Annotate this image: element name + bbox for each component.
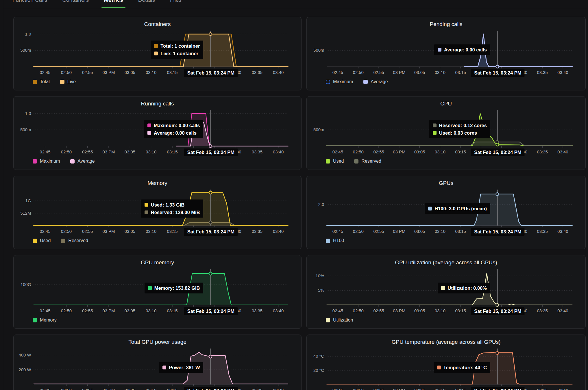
tooltip-row: Used: 0.03 cores xyxy=(433,130,487,136)
x-axis-tick-label: 03 PM xyxy=(102,388,115,390)
tab-files[interactable]: Files xyxy=(170,0,182,3)
tooltip-series-swatch-icon xyxy=(433,131,437,135)
y-axis-label: 400 W xyxy=(19,353,31,357)
hover-point-marker xyxy=(209,145,212,148)
x-axis-tick-label: 03 PM xyxy=(102,70,115,75)
legend-swatch-icon xyxy=(33,318,37,322)
x-axis-tick-label: 03:15 xyxy=(455,309,466,313)
x-axis-tick-label: 03:05 xyxy=(414,229,425,234)
legend-item-reserved[interactable]: Reserved xyxy=(354,159,381,164)
tooltip-row: H100: 3.0 GPUs (mean) xyxy=(428,206,487,211)
legend-swatch-icon xyxy=(33,80,37,84)
x-axis-tick-label: 03 PM xyxy=(393,150,405,154)
legend-item-maximum[interactable]: Maximum xyxy=(33,159,60,164)
x-axis-tick-label: 03:15 xyxy=(167,309,177,313)
chart-panel: Containers 1.0500m02:4502:5002:5503 PM03… xyxy=(13,17,302,90)
x-axis-tick-label: 03:35 xyxy=(252,150,262,154)
hover-point-marker xyxy=(496,304,499,307)
x-axis-tick-label: 02:45 xyxy=(40,388,50,390)
y-axis-label: 100G xyxy=(21,282,31,287)
tooltip-series-swatch-icon xyxy=(437,366,441,369)
crosshair-date-label: Sat Feb 15, 03:24 PM xyxy=(184,69,238,77)
x-axis-tick-label: 02:50 xyxy=(353,70,364,75)
tooltip-value-text: Average: 0.00 calls xyxy=(154,130,197,136)
active-tab-underline xyxy=(101,7,125,8)
chart-legend: UsedReserved xyxy=(326,159,381,164)
legend-label: Utilization xyxy=(333,317,353,323)
tooltip-series-swatch-icon xyxy=(154,44,158,48)
legend-item-used[interactable]: Used xyxy=(33,238,51,243)
tab-metrics[interactable]: Metrics xyxy=(104,0,123,3)
tab-label: Files xyxy=(170,0,182,3)
chart-tooltip: Utilization: 0.00% xyxy=(438,283,490,294)
x-axis-tick-label: 03:05 xyxy=(414,150,425,154)
legend-label: Reserved xyxy=(68,238,88,243)
chart-tooltip: Memory: 153.82 GiB xyxy=(145,283,204,294)
x-axis-tick-label: 02:55 xyxy=(82,70,93,75)
legend-item-reserved[interactable]: Reserved xyxy=(61,238,88,243)
x-axis-tick-label: 03:05 xyxy=(125,150,135,154)
x-axis-tick-label: 03:40 xyxy=(273,229,284,234)
x-axis-tick-label: 03:40 xyxy=(273,309,284,313)
tooltip-series-swatch-icon xyxy=(148,286,152,290)
tooltip-series-swatch-icon xyxy=(428,207,432,211)
tooltip-row: Reserved: 0.12 cores xyxy=(433,123,487,128)
tab-function-calls[interactable]: Function Calls xyxy=(12,0,47,3)
legend-item-average[interactable]: Average xyxy=(70,159,95,164)
x-axis-tick-label: 03:40 xyxy=(557,388,568,390)
legend-item-h100[interactable]: H100 xyxy=(326,238,344,243)
chart-panel: GPU temperature (average across all GPUs… xyxy=(306,335,586,390)
tooltip-row: Used: 1.33 GiB xyxy=(145,202,200,208)
y-axis-label: 200 W xyxy=(19,367,31,372)
tooltip-value-text: Average: 0.00 calls xyxy=(444,47,487,53)
chart-tooltip: H100: 3.0 GPUs (mean) xyxy=(425,203,490,214)
legend-item-average[interactable]: Average xyxy=(363,79,388,84)
tab-bar: Function CallsContainersMetricsDetailsFi… xyxy=(12,0,182,3)
crosshair-date-label: Sat Feb 15, 03:24 PM xyxy=(471,387,524,390)
x-axis-tick-label: 03:40 xyxy=(273,388,284,390)
tooltip-value-text: Reserved: 128.00 MiB xyxy=(151,210,200,215)
x-axis-tick-label: 03:40 xyxy=(557,150,568,154)
tooltip-series-swatch-icon xyxy=(145,203,148,207)
legend-item-utilization[interactable]: Utilization xyxy=(326,317,353,323)
hover-point-marker xyxy=(209,272,212,275)
tab-label: Details xyxy=(138,0,155,3)
tooltip-row: Total: 1 container xyxy=(154,43,200,49)
x-axis-tick-label: 02:55 xyxy=(82,309,93,313)
x-axis-tick-label: 03:35 xyxy=(537,150,548,154)
x-axis-tick-label: 03:10 xyxy=(435,70,445,75)
tooltip-series-swatch-icon xyxy=(433,124,437,127)
tab-containers[interactable]: Containers xyxy=(62,0,89,3)
legend-item-used[interactable]: Used xyxy=(326,159,344,164)
legend-item-live[interactable]: Live xyxy=(60,79,76,84)
chart-panel: Total GPU power usage 400 W200 W02:4502:… xyxy=(13,335,302,390)
legend-item-memory[interactable]: Memory xyxy=(33,317,57,323)
y-axis-label: 2.0 xyxy=(318,202,324,207)
x-axis-tick-label: 02:45 xyxy=(40,150,50,154)
tooltip-value-text: Total: 1 container xyxy=(160,43,200,49)
x-axis-tick-label: 03:15 xyxy=(455,70,466,75)
crosshair-date-label: Sat Feb 15, 03:24 PM xyxy=(471,228,524,236)
chart-panel: Running calls 1.0500m02:4502:5002:5503 P… xyxy=(13,96,302,170)
legend-swatch-icon xyxy=(33,239,37,243)
chart-title: Running calls xyxy=(14,101,301,107)
x-axis-tick-label: 03:10 xyxy=(146,388,156,390)
x-axis-tick-label: 02:45 xyxy=(40,229,50,234)
x-axis-tick-label: 03:05 xyxy=(125,229,135,234)
chart-panel: Memory 1G512M02:4502:5002:5503 PM03:0503… xyxy=(13,176,302,249)
metrics-page: Function CallsContainersMetricsDetailsFi… xyxy=(0,0,588,390)
y-axis-label: 20 °C xyxy=(313,368,324,373)
tooltip-series-swatch-icon xyxy=(147,131,151,135)
x-axis-tick-label: 02:55 xyxy=(82,388,93,390)
chart-panel: GPU utilization (average across all GPUs… xyxy=(306,255,586,329)
legend-item-maximum[interactable]: Maximum xyxy=(326,79,353,84)
tab-details[interactable]: Details xyxy=(138,0,155,3)
legend-label: Live xyxy=(67,79,76,84)
legend-swatch-icon xyxy=(326,318,330,322)
x-axis-tick-label: 03:05 xyxy=(125,309,135,313)
tooltip-series-swatch-icon xyxy=(154,52,158,55)
legend-label: Maximum xyxy=(40,159,60,164)
x-axis-tick-label: 02:45 xyxy=(332,70,343,75)
legend-item-total[interactable]: Total xyxy=(33,79,50,84)
x-axis-tick-label: 02:55 xyxy=(82,229,93,234)
